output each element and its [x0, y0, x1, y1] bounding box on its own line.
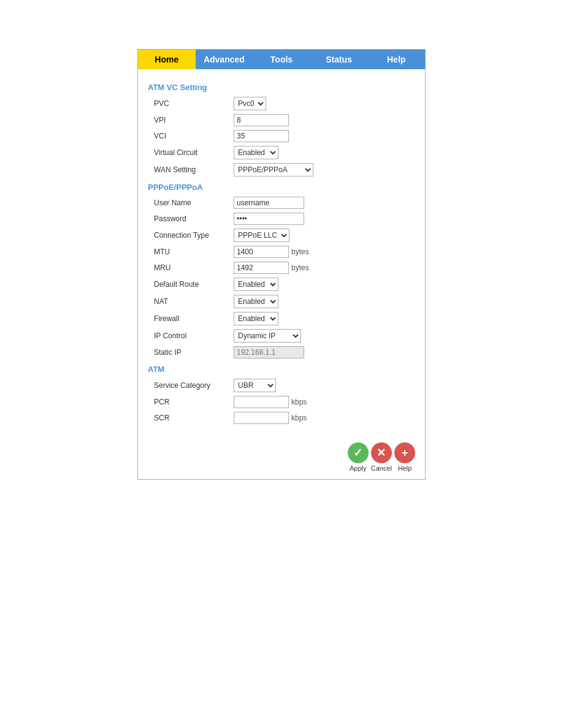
nat-row: NAT Enabled Disabled [148, 295, 415, 308]
vci-row: VCI [148, 130, 415, 142]
pvc-label: PVC [154, 99, 234, 108]
password-row: Password [148, 213, 415, 225]
apply-button[interactable]: ✓ Apply [348, 442, 369, 472]
atm-heading: ATM [148, 365, 415, 374]
mtu-label: MTU [154, 248, 234, 256]
firewall-row: Firewall Enabled Disabled [148, 312, 415, 325]
vci-label: VCI [154, 132, 234, 140]
button-row: ✓ Apply ✕ Cancel + Help [138, 438, 425, 479]
scr-unit: kbps [291, 414, 307, 422]
vpi-input[interactable] [234, 114, 289, 126]
apply-label: Apply [350, 464, 367, 472]
cancel-button[interactable]: ✕ Cancel [371, 442, 392, 472]
wan-setting-row: WAN Setting PPPoE/PPPoA MER/IPoA PPPoE B… [148, 163, 415, 176]
help-button[interactable]: + Help [394, 442, 415, 472]
nav-bar: Home Advanced Tools Status Help [138, 50, 425, 69]
atm-vc-heading: ATM VC Setting [148, 83, 415, 92]
scr-input[interactable] [234, 412, 289, 424]
username-row: User Name [148, 197, 415, 209]
ip-control-label: IP Control [154, 332, 234, 340]
static-ip-row: Static IP [148, 346, 415, 358]
mtu-row: MTU bytes [148, 246, 415, 258]
pvc-row: PVC Pvc0 Pvc1 Pvc2 [148, 97, 415, 110]
ip-control-select[interactable]: Dynamic IP Static IP [234, 329, 301, 343]
connection-type-row: Connection Type PPPoE LLC PPPoE VC PPPoA… [148, 229, 415, 242]
nav-advanced[interactable]: Advanced [196, 50, 253, 69]
vpi-row: VPI [148, 114, 415, 126]
mtu-unit: bytes [291, 248, 309, 256]
connection-type-label: Connection Type [154, 231, 234, 240]
wan-setting-label: WAN Setting [154, 165, 234, 174]
wan-setting-select[interactable]: PPPoE/PPPoA MER/IPoA PPPoE Bridging Pure… [234, 163, 313, 176]
nat-select[interactable]: Enabled Disabled [234, 295, 278, 308]
static-ip-label: Static IP [154, 348, 234, 357]
scr-row: SCR kbps [148, 412, 415, 424]
service-category-select[interactable]: UBR CBR VBR-rt VBR-nrt [234, 379, 276, 392]
scr-label: SCR [154, 414, 234, 422]
pppoe-heading: PPPoE/PPPoA [148, 183, 415, 192]
default-route-row: Default Route Enabled Disabled [148, 278, 415, 291]
password-input[interactable] [234, 213, 304, 225]
mru-input[interactable] [234, 262, 289, 274]
pcr-input[interactable] [234, 396, 289, 408]
virtual-circuit-label: Virtual Circuit [154, 148, 234, 157]
password-label: Password [154, 214, 234, 223]
mru-unit: bytes [291, 264, 309, 272]
mru-row: MRU bytes [148, 262, 415, 274]
username-label: User Name [154, 199, 234, 207]
firewall-select[interactable]: Enabled Disabled [234, 312, 278, 325]
cancel-label: Cancel [371, 464, 392, 472]
nav-home[interactable]: Home [138, 50, 196, 69]
nav-help[interactable]: Help [367, 50, 425, 69]
service-category-row: Service Category UBR CBR VBR-rt VBR-nrt [148, 379, 415, 392]
ip-control-row: IP Control Dynamic IP Static IP [148, 329, 415, 343]
pcr-label: PCR [154, 398, 234, 406]
virtual-circuit-select[interactable]: Enabled Disabled [234, 146, 278, 159]
nat-label: NAT [154, 297, 234, 306]
username-input[interactable] [234, 197, 304, 209]
pcr-row: PCR kbps [148, 396, 415, 408]
vci-input[interactable] [234, 130, 289, 142]
default-route-select[interactable]: Enabled Disabled [234, 278, 278, 291]
virtual-circuit-row: Virtual Circuit Enabled Disabled [148, 146, 415, 159]
help-label: Help [398, 464, 412, 472]
static-ip-input[interactable] [234, 346, 304, 358]
mtu-input[interactable] [234, 246, 289, 258]
pvc-select[interactable]: Pvc0 Pvc1 Pvc2 [234, 97, 266, 110]
cancel-icon: ✕ [371, 442, 392, 463]
default-route-label: Default Route [154, 280, 234, 289]
pcr-unit: kbps [291, 398, 307, 406]
content-area: ATM VC Setting PVC Pvc0 Pvc1 Pvc2 VPI VC… [138, 69, 425, 438]
nav-status[interactable]: Status [310, 50, 368, 69]
help-icon: + [394, 442, 415, 463]
nav-tools[interactable]: Tools [253, 50, 310, 69]
vpi-label: VPI [154, 116, 234, 124]
service-category-label: Service Category [154, 381, 234, 390]
connection-type-select[interactable]: PPPoE LLC PPPoE VC PPPoA LLC PPPoA VC [234, 229, 289, 242]
apply-icon: ✓ [348, 442, 369, 463]
firewall-label: Firewall [154, 314, 234, 323]
router-panel: Home Advanced Tools Status Help ATM VC S… [137, 49, 426, 480]
mru-label: MRU [154, 264, 234, 272]
